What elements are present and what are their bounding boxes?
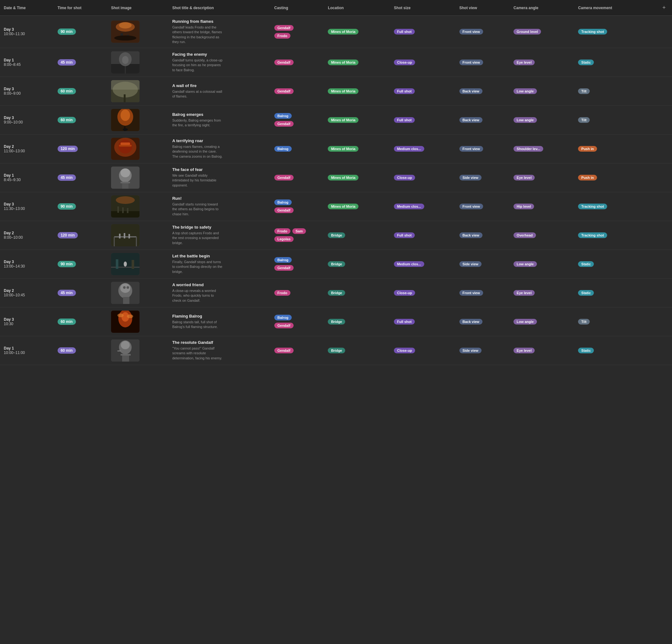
camera-angle-tag: Low angle — [514, 88, 537, 94]
camera-angle-tag: Eye level — [514, 348, 535, 353]
camera-angle-cell: Overhead — [510, 221, 574, 249]
day-label: Day 3 — [4, 87, 14, 91]
col-header-image: Shot image — [107, 0, 168, 16]
table-row[interactable]: Day 211:00–13:00120 minA terrifying roar… — [0, 134, 672, 163]
svg-rect-33 — [122, 207, 124, 213]
svg-rect-65 — [117, 351, 121, 351]
shot-view-cell: Back view — [456, 77, 510, 105]
row-add-cell — [645, 105, 672, 134]
time-range: 8:45–9:30 — [4, 178, 21, 182]
table-row[interactable]: Day 39:00–10:0060 minBalrog emergesSudde… — [0, 105, 672, 134]
table-row[interactable]: Day 18:00–8:4545 minFacing the enemyGand… — [0, 48, 672, 77]
time-range: 11:30–13:00 — [4, 207, 25, 211]
row-add-cell — [645, 336, 672, 365]
col-header-add[interactable]: + — [645, 0, 672, 16]
time-badge: 60 min — [58, 117, 76, 123]
camera-angle-cell: Hip level — [510, 192, 574, 221]
shot-image — [111, 51, 140, 73]
svg-rect-29 — [121, 182, 130, 183]
shot-list-table: Date & Time Time for shot Shot image Sho… — [0, 0, 672, 365]
shot-image — [111, 138, 140, 160]
table-row[interactable]: Day 310:00–11:3090 minRunning from flame… — [0, 16, 672, 48]
location-cell: Mines of Moria — [324, 134, 390, 163]
row-add-cell — [645, 134, 672, 163]
add-column-button[interactable]: + — [660, 3, 668, 12]
shot-image-cell — [107, 16, 168, 48]
row-add-cell — [645, 192, 672, 221]
time-badge: 90 min — [58, 203, 76, 210]
date-cell: Day 210:00–10:45 — [0, 278, 54, 307]
date-cell: Day 39:00–10:00 — [0, 105, 54, 134]
date-cell: Day 313:00–14:30 — [0, 249, 54, 278]
camera-movement-cell: Tracking shot — [574, 221, 645, 249]
table-row[interactable]: Day 310:3060 minFlaming BalrogBalrog sta… — [0, 307, 672, 336]
location-cell: Mines of Moria — [324, 16, 390, 48]
camera-movement-cell: Push in — [574, 134, 645, 163]
casting-cell: BalrogGendalf — [271, 307, 324, 336]
day-label: Day 3 — [4, 202, 14, 207]
shot-size-tag: Close-up — [394, 290, 415, 296]
shot-view-cell: Back view — [456, 221, 510, 249]
time-badge: 120 min — [58, 145, 78, 152]
cast-tag: Gendalf — [274, 175, 293, 180]
location-tag: Bridge — [328, 348, 345, 353]
table-row[interactable]: Day 311:30–13:0090 minRun!Gandalf starts… — [0, 192, 672, 221]
shot-image-cell — [107, 105, 168, 134]
shot-size-cell: Close-up — [390, 48, 456, 77]
time-for-shot-cell: 120 min — [54, 134, 107, 163]
shot-view-cell: Side view — [456, 336, 510, 365]
table-row[interactable]: Day 28:00–10:00120 minThe bridge to safe… — [0, 221, 672, 249]
shot-title-cell: Flaming BalrogBalrog stands tall, full s… — [168, 307, 270, 336]
camera-angle-cell: Eye level — [510, 278, 574, 307]
shot-image-cell — [107, 249, 168, 278]
time-badge: 120 min — [58, 232, 78, 238]
shot-image — [111, 109, 140, 131]
time-badge: 45 min — [58, 290, 76, 296]
shot-view-tag: Back view — [459, 117, 482, 123]
shot-image — [111, 80, 140, 102]
time-range: 10:30 — [4, 322, 13, 326]
date-cell: Day 310:30 — [0, 307, 54, 336]
location-tag: Mines of Moria — [328, 146, 359, 152]
camera-movement-cell: Tilt — [574, 307, 645, 336]
shot-title: The resolute Gandalf — [172, 340, 266, 345]
col-header-angle: Camera angle — [510, 0, 574, 16]
time-range: 10:00–10:45 — [4, 293, 25, 297]
time-range: 10:00–11:30 — [4, 32, 25, 36]
svg-rect-42 — [129, 234, 130, 238]
shot-title: The bridge to safety — [172, 225, 266, 230]
date-cell: Day 310:00–11:30 — [0, 16, 54, 48]
day-label: Day 2 — [4, 231, 14, 235]
table-row[interactable]: Day 110:00–11:0060 minThe resolute Ganda… — [0, 336, 672, 365]
svg-rect-9 — [122, 56, 129, 64]
camera-angle-tag: Eye level — [514, 59, 535, 65]
shot-size-cell: Medium clos... — [390, 249, 456, 278]
location-tag: Mines of Moria — [328, 117, 359, 123]
camera-movement-cell: Tilt — [574, 77, 645, 105]
camera-angle-cell: Low angle — [510, 249, 574, 278]
shot-image — [111, 21, 140, 43]
day-label: Day 3 — [4, 317, 14, 322]
day-label: Day 2 — [4, 289, 14, 293]
svg-point-17 — [121, 109, 130, 121]
shot-image — [111, 195, 140, 218]
col-header-title: Shot title & description — [168, 0, 270, 16]
camera-movement-tag: Tilt — [578, 319, 589, 325]
table-row[interactable]: Day 18:45–9:3045 minThe face of fearWe s… — [0, 163, 672, 192]
table-row[interactable]: Day 313:00–14:3090 minLet the battle beg… — [0, 249, 672, 278]
time-for-shot-cell: 90 min — [54, 16, 107, 48]
row-add-cell — [645, 77, 672, 105]
cast-tag: Frodo — [274, 290, 290, 296]
col-header-location: Location — [324, 0, 390, 16]
camera-angle-cell: Eye level — [510, 163, 574, 192]
shot-description: Finally, Gandalf stops and turns to conf… — [172, 260, 223, 274]
cast-tag: Gendalf — [274, 25, 293, 31]
shot-title: Facing the enemy — [172, 52, 266, 57]
time-for-shot-cell: 45 min — [54, 163, 107, 192]
table-row[interactable]: Day 210:00–10:4545 minA worried friendA … — [0, 278, 672, 307]
shot-size-tag: Medium clos... — [394, 203, 424, 209]
svg-rect-31 — [111, 211, 140, 218]
shot-size-tag: Full shot — [394, 232, 415, 238]
table-row[interactable]: Day 38:00–9:0060 minA wall of fireGandal… — [0, 77, 672, 105]
camera-movement-cell: Tilt — [574, 105, 645, 134]
